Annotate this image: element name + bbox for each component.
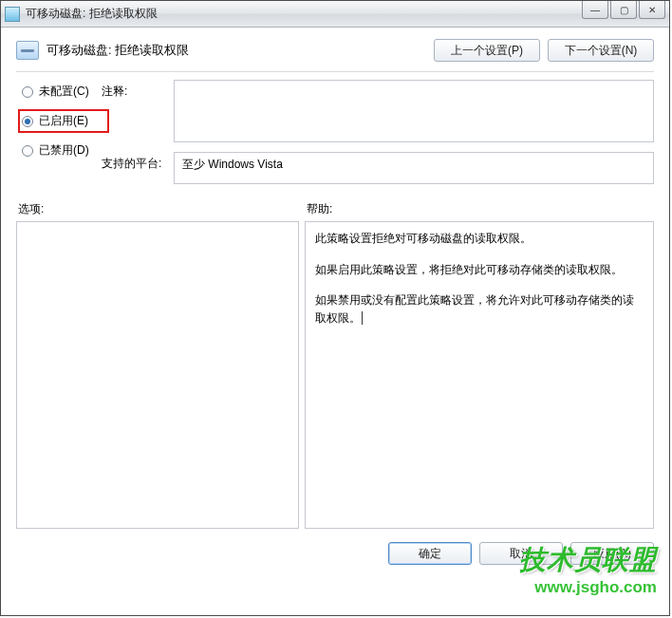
help-label: 帮助: [307, 201, 332, 217]
policy-title: 可移动磁盘: 拒绝读取权限 [47, 42, 189, 59]
radio-disabled[interactable]: 已禁用(D) [22, 142, 102, 159]
titlebar[interactable]: 可移动磁盘: 拒绝读取权限 — ▢ ✕ [1, 1, 669, 28]
header-row: 可移动磁盘: 拒绝读取权限 上一个设置(P) 下一个设置(N) [16, 37, 654, 69]
footer-buttons: 确定 取消 应用(A) [16, 542, 654, 565]
radio-label: 未配置(C) [39, 84, 89, 100]
dialog-window: 可移动磁盘: 拒绝读取权限 — ▢ ✕ 可移动磁盘: 拒绝读取权限 上一个设置(… [0, 0, 670, 616]
radio-dot-icon [22, 86, 33, 98]
platform-value: 至少 Windows Vista [182, 157, 283, 173]
text-cursor-icon [362, 311, 363, 325]
radio-dot-icon [22, 145, 33, 157]
policy-icon [16, 41, 39, 60]
next-setting-button[interactable]: 下一个设置(N) [548, 39, 654, 62]
options-panel[interactable] [16, 221, 299, 529]
prev-setting-button[interactable]: 上一个设置(P) [434, 39, 540, 62]
help-paragraph: 此策略设置拒绝对可移动磁盘的读取权限。 [315, 230, 644, 248]
close-button[interactable]: ✕ [639, 1, 665, 19]
platform-label: 支持的平台: [102, 152, 166, 172]
comment-label: 注释: [102, 80, 166, 100]
help-paragraph: 如果禁用或没有配置此策略设置，将允许对此可移动存储类的读取权限。 [315, 291, 644, 327]
radio-unconfigured[interactable]: 未配置(C) [22, 84, 102, 100]
window-body: 可移动磁盘: 拒绝读取权限 上一个设置(P) 下一个设置(N) 未配置(C) 已… [1, 28, 669, 578]
help-paragraph: 如果启用此策略设置，将拒绝对此可移动存储类的读取权限。 [315, 261, 644, 279]
maximize-button[interactable]: ▢ [610, 1, 637, 19]
window-title: 可移动磁盘: 拒绝读取权限 [26, 6, 158, 22]
apply-button[interactable]: 应用(A) [570, 542, 654, 565]
ok-button[interactable]: 确定 [388, 542, 472, 565]
divider [16, 71, 654, 72]
radio-label: 已禁用(D) [39, 142, 89, 159]
supported-platform-box: 至少 Windows Vista [174, 152, 654, 184]
radio-label: 已启用(E) [39, 113, 88, 129]
help-panel: 此策略设置拒绝对可移动磁盘的读取权限。 如果启用此策略设置，将拒绝对此可移动存储… [305, 221, 654, 529]
highlight-box: 已启用(E) [18, 109, 109, 133]
options-label: 选项: [18, 201, 307, 217]
radio-dot-icon [22, 116, 33, 127]
cancel-button[interactable]: 取消 [479, 542, 563, 565]
minimize-button[interactable]: — [582, 1, 608, 19]
state-radio-group: 未配置(C) 已启用(E) 已禁用(D) [16, 80, 102, 159]
radio-enabled[interactable]: 已启用(E) [22, 113, 102, 129]
app-icon [5, 7, 20, 22]
comment-textarea[interactable] [174, 80, 654, 142]
